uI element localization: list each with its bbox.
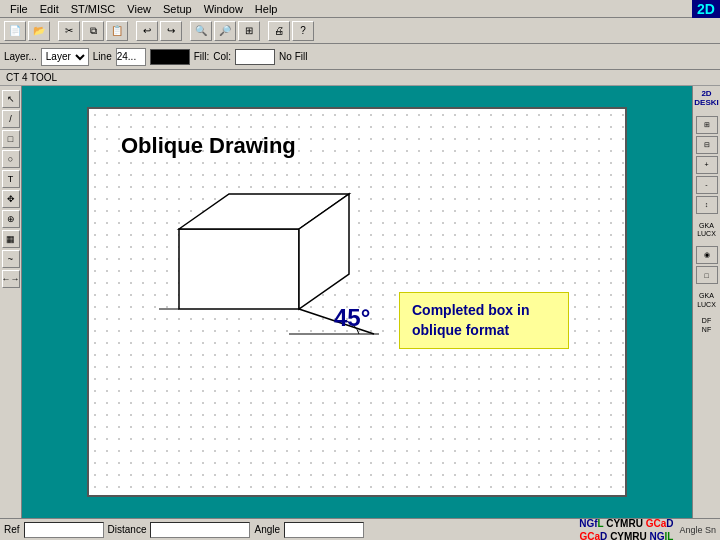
menu-view[interactable]: View bbox=[121, 3, 157, 15]
fill-color-swatch[interactable] bbox=[235, 49, 275, 65]
brand-ngfl-l: L bbox=[598, 518, 604, 529]
drawing-paper: Oblique Drawing bbox=[87, 107, 627, 497]
brand-gcad2-gc: GCa bbox=[580, 531, 601, 541]
oblique-box-svg bbox=[149, 189, 379, 359]
snap-label: Angle Sn bbox=[679, 525, 716, 535]
tb-zoom-in[interactable]: 🔍 bbox=[190, 21, 212, 41]
status-top-text: CT 4 TOOL bbox=[6, 72, 57, 83]
brand-cymru1: CYMRU bbox=[606, 518, 645, 529]
branding: NGfL CYMRU GCaD GCaD CYMRU NGIL bbox=[579, 517, 673, 541]
line-color-swatch[interactable] bbox=[150, 49, 190, 65]
no-fill-label: No Fill bbox=[279, 51, 307, 62]
tb-redo[interactable]: ↪ bbox=[160, 21, 182, 41]
svg-rect-0 bbox=[179, 229, 299, 309]
tb-zoom-fit[interactable]: ⊞ bbox=[238, 21, 260, 41]
distance-label: Distance bbox=[108, 524, 147, 535]
lt-dim[interactable]: ←→ bbox=[2, 270, 20, 288]
brand-gcad-gc: GCa bbox=[646, 518, 667, 529]
right-panel: 2DDESKI ⊞ ⊟ + - ↕ GKALUCX ◉ □ GKALUCX DF… bbox=[692, 86, 720, 518]
lt-select[interactable]: ↖ bbox=[2, 90, 20, 108]
col-label: Col: bbox=[213, 51, 231, 62]
rp-label-gka: GKALUCX bbox=[697, 222, 716, 239]
lt-line[interactable]: / bbox=[2, 110, 20, 128]
lt-move[interactable]: ✥ bbox=[2, 190, 20, 208]
tb-paste[interactable]: 📋 bbox=[106, 21, 128, 41]
brand-ngil-ng: NG bbox=[650, 531, 665, 541]
tb-new[interactable]: 📄 bbox=[4, 21, 26, 41]
ref-label: Ref bbox=[4, 524, 20, 535]
rp-label-gka2: GKALUCX bbox=[697, 292, 716, 309]
tb-zoom-out[interactable]: 🔎 bbox=[214, 21, 236, 41]
rp-btn-1[interactable]: ⊞ bbox=[696, 116, 718, 134]
box-completed-label: Completed box in oblique format bbox=[399, 292, 569, 349]
rp-btn-2[interactable]: ⊟ bbox=[696, 136, 718, 154]
menu-bar: File Edit ST/MISC View Setup Window Help… bbox=[0, 0, 720, 18]
layer-label: Layer... bbox=[4, 51, 37, 62]
menu-stimisc[interactable]: ST/MISC bbox=[65, 3, 122, 15]
canvas-area: Oblique Drawing bbox=[22, 86, 692, 518]
menu-setup[interactable]: Setup bbox=[157, 3, 198, 15]
lt-circle[interactable]: ○ bbox=[2, 150, 20, 168]
main-area: ↖ / □ ○ T ✥ ⊕ ▦ ~ ←→ Oblique Drawing bbox=[0, 86, 720, 518]
rp-btn-6[interactable]: ◉ bbox=[696, 246, 718, 264]
left-toolbar: ↖ / □ ○ T ✥ ⊕ ▦ ~ ←→ bbox=[0, 86, 22, 518]
paper-title: Oblique Drawing bbox=[121, 133, 296, 159]
lt-text[interactable]: T bbox=[2, 170, 20, 188]
menu-window[interactable]: Window bbox=[198, 3, 249, 15]
menu-file[interactable]: File bbox=[4, 3, 34, 15]
lt-zoom[interactable]: ⊕ bbox=[2, 210, 20, 228]
lt-rect[interactable]: □ bbox=[2, 130, 20, 148]
angle-field bbox=[284, 522, 364, 538]
lt-fill[interactable]: ▦ bbox=[2, 230, 20, 248]
menu-help[interactable]: Help bbox=[249, 3, 284, 15]
layer-select[interactable]: Layer bbox=[41, 48, 89, 66]
tb-undo[interactable]: ↩ bbox=[136, 21, 158, 41]
fill-label: Fill: bbox=[194, 51, 210, 62]
toolbar-1: 📄 📂 ✂ ⧉ 📋 ↩ ↪ 🔍 🔎 ⊞ 🖨 ? bbox=[0, 18, 720, 44]
status-bar-top: CT 4 TOOL bbox=[0, 70, 720, 86]
ref-field bbox=[24, 522, 104, 538]
status-bar-bottom: Ref Distance Angle NGfL CYMRU GCaD GCaD … bbox=[0, 518, 720, 540]
box-drawing bbox=[149, 189, 379, 362]
rp-btn-5[interactable]: ↕ bbox=[696, 196, 718, 214]
angle-label: 45° bbox=[334, 304, 370, 332]
rp-label-df: DFNF bbox=[702, 317, 711, 334]
logo-2d: 2D bbox=[692, 0, 720, 18]
rp-logo-text: 2DDESKI bbox=[694, 90, 718, 108]
brand-ngfl-ng: NGf bbox=[579, 518, 597, 529]
tb-cut[interactable]: ✂ bbox=[58, 21, 80, 41]
tb-open[interactable]: 📂 bbox=[28, 21, 50, 41]
angle-status-label: Angle bbox=[254, 524, 280, 535]
line-label: Line bbox=[93, 51, 112, 62]
brand-gcad-d: D bbox=[666, 518, 673, 529]
brand-cymru2: CYMRU bbox=[610, 531, 649, 541]
tb-copy[interactable]: ⧉ bbox=[82, 21, 104, 41]
distance-field bbox=[150, 522, 250, 538]
rp-btn-4[interactable]: - bbox=[696, 176, 718, 194]
menu-edit[interactable]: Edit bbox=[34, 3, 65, 15]
tb-help[interactable]: ? bbox=[292, 21, 314, 41]
line-input[interactable] bbox=[116, 48, 146, 66]
rp-btn-7[interactable]: □ bbox=[696, 266, 718, 284]
brand-gcad2-d: D bbox=[600, 531, 607, 541]
rp-btn-3[interactable]: + bbox=[696, 156, 718, 174]
brand-ngil-il: IL bbox=[665, 531, 674, 541]
tb-print[interactable]: 🖨 bbox=[268, 21, 290, 41]
toolbar-2: Layer... Layer Line Fill: Col: No Fill bbox=[0, 44, 720, 70]
lt-curve[interactable]: ~ bbox=[2, 250, 20, 268]
